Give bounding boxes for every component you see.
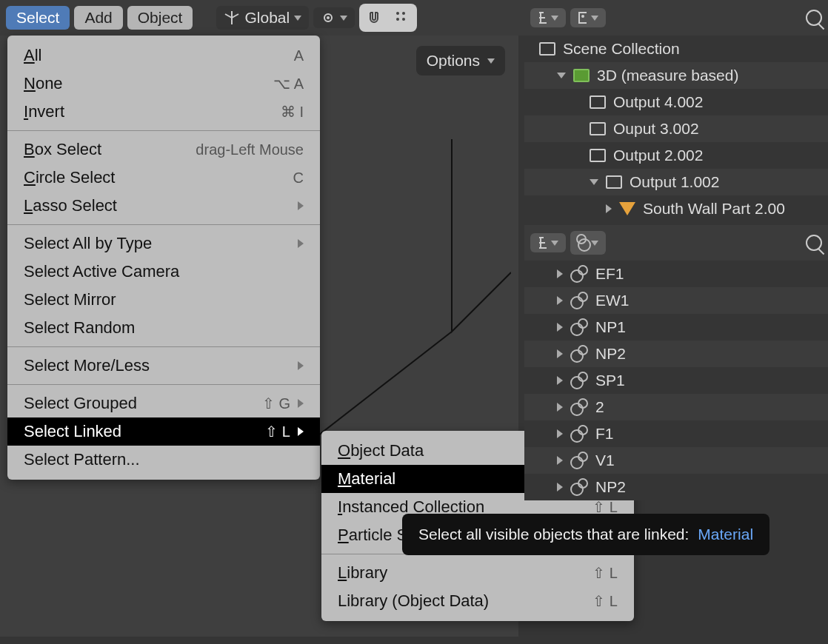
editor-type-dropdown[interactable]: [530, 233, 566, 252]
outliner-icon: [538, 236, 547, 249]
material-item[interactable]: NP1: [524, 314, 828, 341]
disclosure-icon[interactable]: [557, 456, 563, 465]
menu-all[interactable]: AllA: [7, 41, 320, 70]
menu-lasso-select[interactable]: Lasso Select: [7, 192, 320, 220]
menu-mirror[interactable]: Select Mirror: [7, 286, 320, 314]
chevron-down-icon: [551, 16, 558, 21]
disclosure-icon[interactable]: [557, 323, 563, 332]
collection-icon: [539, 42, 555, 56]
material-label: V1: [595, 452, 615, 469]
mesh-icon: [619, 202, 635, 215]
snap-grid[interactable]: [389, 5, 415, 30]
menu-active-camera[interactable]: Select Active Camera: [7, 258, 320, 286]
tooltip: Select all visible objects that are link…: [402, 514, 769, 555]
material-icon: [570, 372, 588, 389]
disclosure-icon[interactable]: [557, 429, 563, 438]
disclosure-icon[interactable]: [557, 403, 563, 412]
material-label: 2: [595, 398, 604, 416]
menu-object[interactable]: Object: [127, 6, 193, 30]
menu-none[interactable]: None⌥ A: [7, 70, 320, 98]
menu-all-by-type[interactable]: Select All by Type: [7, 229, 320, 258]
material-item[interactable]: NP2: [524, 474, 828, 500]
search-button[interactable]: [806, 235, 822, 251]
menu-add[interactable]: Add: [74, 6, 122, 30]
material-label: NP2: [595, 478, 626, 496]
svg-point-2: [396, 12, 399, 15]
submenu-arrow-icon: [298, 427, 304, 436]
chevron-down-icon: [340, 16, 347, 21]
search-icon: [806, 10, 822, 26]
orientation-label: Global: [244, 9, 290, 27]
menu-grouped[interactable]: Select Grouped⇧ G: [7, 389, 320, 417]
disclosure-icon[interactable]: [557, 483, 563, 492]
menu-circle-select[interactable]: Circle SelectC: [7, 164, 320, 192]
material-item[interactable]: F1: [524, 420, 828, 447]
menu-random[interactable]: Select Random: [7, 314, 320, 342]
collection-icon: [590, 95, 606, 109]
svg-point-3: [402, 12, 405, 15]
material-item[interactable]: EW1: [524, 287, 828, 314]
menu-invert[interactable]: Invert⌘ I: [7, 98, 320, 126]
tooltip-link: Material: [698, 526, 753, 543]
menu-more-less[interactable]: Select More/Less: [7, 352, 320, 380]
material-item[interactable]: V1: [524, 447, 828, 474]
svg-point-5: [402, 18, 405, 21]
disclosure-icon[interactable]: [557, 269, 563, 278]
material-label: SP1: [595, 372, 625, 389]
outliner-item[interactable]: Output 4.002: [524, 89, 828, 115]
disclosure-icon[interactable]: [557, 376, 563, 385]
menu-select[interactable]: Select: [6, 6, 70, 30]
search-icon: [806, 235, 822, 251]
svg-point-7: [581, 15, 584, 18]
outliner-item[interactable]: Output 2.002: [524, 142, 828, 169]
material-item[interactable]: 2: [524, 394, 828, 420]
svg-point-4: [396, 18, 399, 21]
search-button[interactable]: [806, 10, 822, 26]
image-icon: [578, 11, 587, 24]
disclosure-icon[interactable]: [557, 296, 563, 305]
outliner-mesh[interactable]: South Wall Part 2.00: [524, 195, 828, 222]
snap-toggle[interactable]: [361, 5, 387, 30]
outliner-item[interactable]: Output 1.002: [524, 169, 828, 195]
collection-icon: [590, 122, 606, 135]
material-item[interactable]: SP1: [524, 367, 828, 394]
editor-type-dropdown[interactable]: [530, 8, 566, 27]
menu-pattern[interactable]: Select Pattern...: [7, 446, 320, 474]
display-mode-dropdown[interactable]: [570, 8, 606, 27]
collection-icon: [606, 175, 622, 189]
wireframe: [318, 139, 511, 435]
outliner-icon: [538, 11, 547, 24]
collection-icon: [573, 69, 590, 82]
submenu-arrow-icon: [298, 399, 304, 408]
outliner-scene-collection[interactable]: Scene Collection: [524, 36, 828, 62]
material-icon: [570, 478, 588, 496]
material-icon: [570, 292, 588, 309]
collection-icon: [590, 149, 606, 162]
material-outliner-header: [524, 225, 828, 261]
disclosure-icon[interactable]: [557, 349, 563, 358]
options-label: Options: [427, 52, 480, 70]
menu-box-select[interactable]: Box Selectdrag-Left Mouse: [7, 135, 320, 164]
disclosure-icon[interactable]: [557, 73, 566, 78]
display-mode-dropdown[interactable]: [570, 231, 606, 255]
chevron-down-icon: [294, 16, 301, 21]
material-icon: [570, 425, 588, 443]
menu-linked[interactable]: Select Linked⇧ L: [7, 417, 320, 446]
orientation-dropdown[interactable]: Global: [216, 6, 309, 30]
chevron-down-icon: [591, 16, 598, 21]
material-icon: [570, 318, 588, 336]
outliner-item[interactable]: Ouput 3.002: [524, 115, 828, 142]
material-label: NP1: [595, 318, 626, 336]
disclosure-icon[interactable]: [606, 204, 612, 213]
outliner-collection-3d[interactable]: 3D (measure based): [524, 62, 828, 89]
material-item[interactable]: EF1: [524, 261, 828, 287]
material-icon: [570, 345, 588, 363]
disclosure-icon[interactable]: [590, 179, 598, 185]
options-popover[interactable]: Options: [416, 46, 505, 76]
pivot-dropdown[interactable]: [313, 7, 355, 28]
scene-outliner[interactable]: Scene Collection 3D (measure based) Outp…: [524, 36, 828, 222]
material-item[interactable]: NP2: [524, 341, 828, 367]
outliner-header: [524, 0, 828, 36]
submenu-arrow-icon: [298, 201, 304, 210]
material-outliner[interactable]: EF1EW1NP1NP2SP12F1V1NP2: [524, 261, 828, 500]
